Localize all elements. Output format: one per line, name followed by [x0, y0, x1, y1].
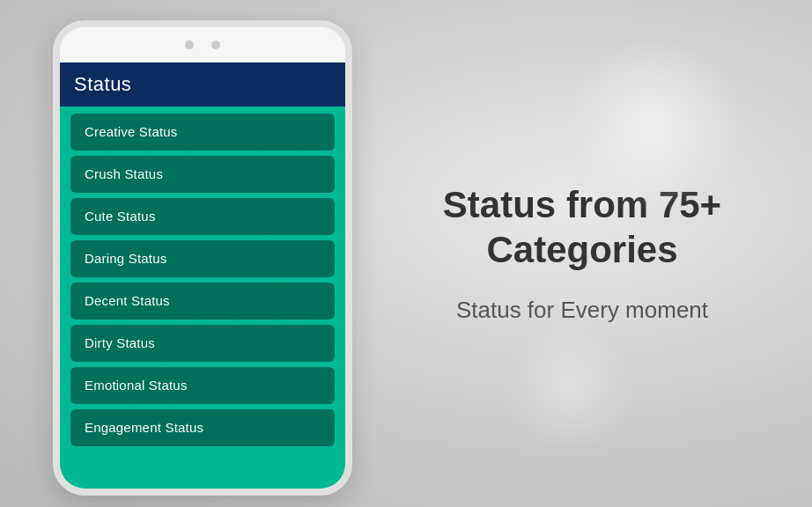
phone-speaker — [211, 40, 220, 49]
app-header: Status — [60, 62, 345, 107]
menu-item-decent[interactable]: Decent Status — [70, 283, 335, 320]
tagline-sub: Status for Every moment — [456, 297, 708, 324]
menu-item-label-daring: Daring Status — [85, 251, 166, 266]
menu-item-label-creative: Creative Status — [85, 124, 178, 139]
menu-item-cute[interactable]: Cute Status — [70, 198, 335, 235]
phone-camera — [185, 40, 194, 49]
menu-item-emotional[interactable]: Emotional Status — [70, 367, 335, 404]
phone-screen: Status Creative StatusCrush StatusCute S… — [60, 62, 345, 489]
menu-item-daring[interactable]: Daring Status — [70, 240, 335, 277]
menu-item-label-decent: Decent Status — [85, 293, 170, 308]
menu-item-label-cute: Cute Status — [85, 209, 156, 224]
phone-mockup: Status Creative StatusCrush StatusCute S… — [53, 20, 352, 496]
menu-list: Creative StatusCrush StatusCute StatusDa… — [60, 107, 345, 453]
menu-item-label-crush: Crush Status — [85, 166, 163, 181]
phone-frame: Status Creative StatusCrush StatusCute S… — [53, 20, 352, 496]
menu-item-dirty[interactable]: Dirty Status — [70, 325, 335, 362]
right-panel: Status from 75+ Categories Status for Ev… — [352, 148, 812, 359]
menu-item-engagement[interactable]: Engagement Status — [70, 409, 335, 446]
menu-item-label-dirty: Dirty Status — [85, 335, 155, 350]
menu-item-label-emotional: Emotional Status — [85, 378, 188, 393]
phone-top-bar — [60, 27, 345, 62]
app-title: Status — [74, 73, 131, 95]
menu-item-creative[interactable]: Creative Status — [70, 114, 335, 151]
menu-item-crush[interactable]: Crush Status — [70, 156, 335, 193]
tagline-main: Status from 75+ Categories — [388, 183, 777, 272]
menu-item-label-engagement: Engagement Status — [85, 420, 203, 435]
